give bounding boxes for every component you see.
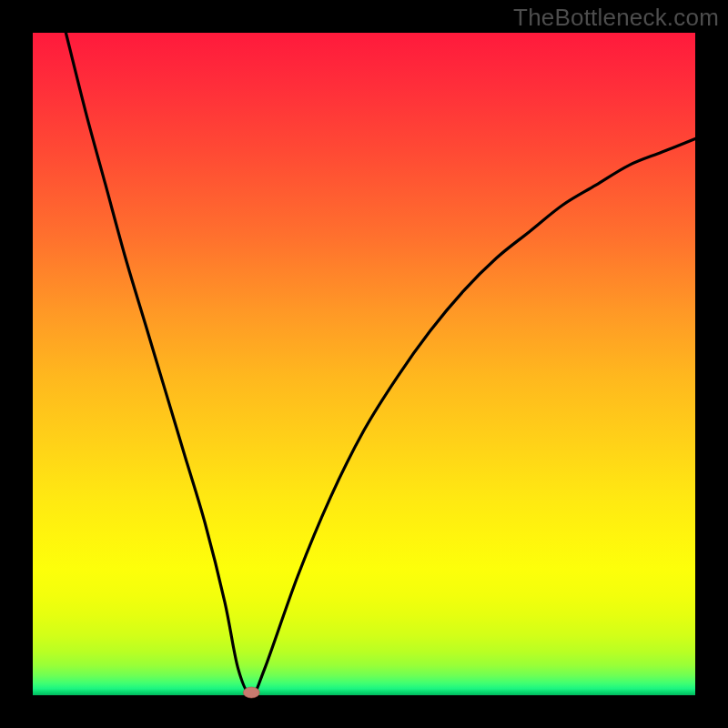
curve-layer — [33, 33, 695, 695]
min-marker — [243, 687, 259, 698]
bottleneck-curve — [66, 33, 695, 695]
chart-frame: TheBottleneck.com — [0, 0, 728, 728]
watermark-text: TheBottleneck.com — [513, 4, 719, 32]
plot-area — [33, 33, 695, 695]
